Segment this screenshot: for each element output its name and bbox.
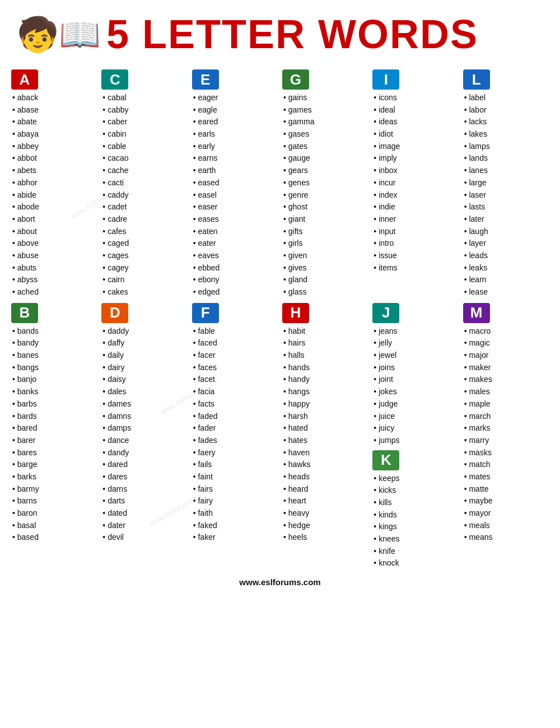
list-item: labor [463, 104, 549, 116]
list-item: cacao [101, 152, 187, 165]
list-item: banes [11, 349, 97, 362]
list-item: earns [192, 152, 278, 165]
list-item: dance [101, 435, 187, 447]
list-item: fails [192, 459, 278, 471]
list-item: keeps [372, 473, 458, 485]
word-list-l: labellaborlackslakeslampslandslaneslarge… [463, 92, 549, 298]
list-item: dairy [101, 362, 187, 374]
list-item: cages [101, 250, 187, 262]
list-item: barbs [11, 398, 97, 410]
list-item: damns [101, 410, 187, 423]
list-item: hates [282, 435, 368, 447]
list-item: abhor [11, 177, 97, 189]
list-item: eaves [192, 250, 278, 262]
list-item: judge [372, 398, 458, 410]
list-item: cable [101, 141, 187, 153]
list-item: eased [192, 177, 278, 189]
list-item: abode [11, 201, 97, 213]
letter-badge-b: B [11, 303, 38, 323]
list-item: barns [11, 495, 97, 507]
list-item: dater [101, 520, 187, 532]
list-item: daddy [101, 325, 187, 338]
list-item: giant [282, 213, 368, 226]
list-item: abort [11, 213, 97, 226]
list-item: facer [192, 349, 278, 362]
list-item: dames [101, 398, 187, 410]
list-item: gamma [282, 116, 368, 128]
letter-badge-c: C [101, 69, 128, 90]
list-item: eater [192, 237, 278, 250]
list-item: laugh [463, 226, 549, 238]
list-item: lands [463, 152, 549, 165]
list-item: ghost [282, 201, 368, 213]
word-list-f: fablefacedfacerfacesfacetfaciafactsfaded… [192, 325, 278, 544]
list-item: masks [463, 447, 549, 459]
list-item: maple [463, 398, 549, 410]
list-item: major [463, 349, 549, 362]
letter-badge-e: E [192, 69, 219, 90]
list-item: heels [282, 531, 368, 544]
list-item: lanes [463, 165, 549, 177]
list-item: facts [192, 398, 278, 410]
list-item: bards [11, 410, 97, 423]
list-item: fairy [192, 495, 278, 507]
list-item: about [11, 226, 97, 238]
list-item: large [463, 177, 549, 189]
list-item: bares [11, 447, 97, 459]
list-item: genes [282, 177, 368, 189]
letter-section-i: Iiconsidealideasidiotimageimplyinboxincu… [371, 68, 459, 300]
list-item: abaya [11, 128, 97, 141]
list-item: bared [11, 422, 97, 435]
letter-section-h: Hhabithairshallshandshandyhangshappyhars… [281, 302, 369, 571]
list-item: damps [101, 422, 187, 435]
list-item: mayor [463, 507, 549, 520]
list-item: barmy [11, 483, 97, 496]
list-item: learn [463, 274, 549, 286]
letter-badge-d: D [101, 303, 128, 323]
list-item: halls [282, 349, 368, 362]
list-item: fable [192, 325, 278, 338]
list-item: facia [192, 386, 278, 398]
list-item: ached [11, 286, 97, 298]
letter-badge-l: L [463, 69, 490, 90]
list-item: heavy [282, 507, 368, 520]
list-item: bandy [11, 337, 97, 349]
list-item: faded [192, 410, 278, 423]
list-item: abbot [11, 152, 97, 165]
list-item: maybe [463, 495, 549, 507]
list-item: gifts [282, 226, 368, 238]
list-item: genre [282, 189, 368, 202]
list-item: devil [101, 531, 187, 544]
list-item: matte [463, 483, 549, 496]
list-item: faces [192, 362, 278, 374]
list-item: faery [192, 447, 278, 459]
list-item: eared [192, 116, 278, 128]
list-item: dandy [101, 447, 187, 459]
list-item: issue [372, 250, 458, 262]
list-item: gauge [282, 152, 368, 165]
list-item: gases [282, 128, 368, 141]
list-item: handy [282, 374, 368, 386]
list-item: lamps [463, 141, 549, 153]
list-item: above [11, 237, 97, 250]
list-item: hangs [282, 386, 368, 398]
list-item: based [11, 531, 97, 544]
letter-badge-i: I [372, 69, 399, 90]
list-item: given [282, 250, 368, 262]
list-item: girls [282, 237, 368, 250]
list-item: index [372, 189, 458, 202]
list-item: cairn [101, 274, 187, 286]
list-item: earls [192, 128, 278, 141]
list-item: faked [192, 520, 278, 532]
list-item: gains [282, 92, 368, 104]
list-item: barer [11, 435, 97, 447]
list-item: heart [282, 495, 368, 507]
list-item: cacti [101, 177, 187, 189]
letter-section-g: Ggainsgamesgammagasesgatesgaugegearsgene… [281, 68, 369, 300]
list-item: bangs [11, 362, 97, 374]
list-item: input [372, 226, 458, 238]
list-item: cabby [101, 104, 187, 116]
list-item: barks [11, 471, 97, 483]
list-item: kings [372, 521, 458, 533]
list-item: cagey [101, 262, 187, 274]
